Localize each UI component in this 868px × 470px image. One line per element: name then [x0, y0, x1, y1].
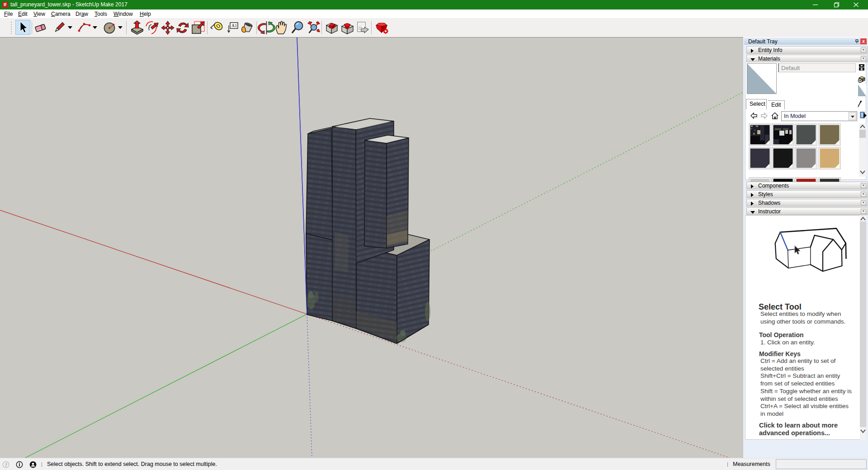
svg-text:A1: A1: [231, 23, 237, 28]
